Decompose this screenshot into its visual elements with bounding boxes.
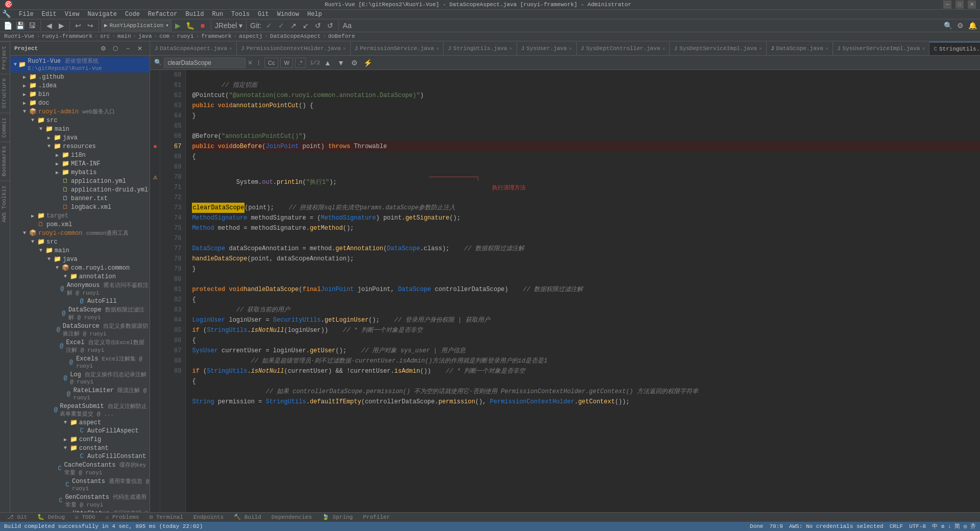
vcs-btn1[interactable]: ↗: [288, 20, 299, 31]
vcs-btn4[interactable]: ↺: [325, 20, 336, 31]
tree-constants[interactable]: C Constants 通用常量信息 @ ruoyi: [10, 477, 150, 493]
bottom-tab-spring[interactable]: 🍃 Spring: [317, 513, 358, 521]
jrebel-btn[interactable]: JRebel ▾: [214, 20, 243, 31]
bottom-tab-todo[interactable]: ☑ TODO: [70, 513, 101, 521]
tab-sysuser[interactable]: J SysUser.java ✕: [517, 42, 577, 55]
breadcrumb-dobefore[interactable]: doBefore: [328, 33, 355, 39]
close-tab-sysdeptctrl[interactable]: ✕: [662, 45, 665, 52]
status-crlf[interactable]: CRLF: [890, 523, 903, 529]
close-tab-sysusersvc[interactable]: ✕: [922, 45, 925, 52]
prev-result-btn[interactable]: ▲: [322, 57, 333, 68]
tree-application-yml[interactable]: 🗋 application.yml: [10, 177, 150, 185]
minimize-button[interactable]: ─: [943, 1, 951, 9]
menu-run[interactable]: Run: [208, 10, 227, 19]
tree-github[interactable]: ▶ 📁 .github: [10, 73, 150, 81]
next-result-btn[interactable]: ▼: [335, 57, 347, 68]
menu-file[interactable]: File: [15, 10, 38, 19]
tree-application-druid-yml[interactable]: 🗋 application-druid.yml: [10, 185, 150, 194]
menu-build[interactable]: Build: [181, 10, 208, 19]
redo-btn[interactable]: ↪: [85, 20, 96, 31]
sidebar-collapse-btn[interactable]: −: [122, 44, 133, 53]
tab-stringutils-class[interactable]: C StringUtils.class ✕: [929, 42, 980, 55]
close-tab-sysdeptsvc[interactable]: ✕: [759, 45, 762, 52]
save-all-btn[interactable]: 🖫: [27, 20, 38, 31]
tree-annotation-pkg[interactable]: ▼ 📁 annotation: [10, 272, 150, 281]
breadcrumb-framework[interactable]: ruoyi-framework: [42, 33, 92, 39]
vcs-push-btn[interactable]: ✓: [276, 20, 287, 31]
bottom-tab-git[interactable]: ⎇ Git: [2, 513, 32, 521]
debug-btn[interactable]: 🐛: [185, 20, 196, 31]
tab-permissionservice[interactable]: J PermissionService.java ✕: [351, 42, 444, 55]
tree-item-root[interactable]: ▼ 📁 RuoYi-Vue 若依管理系统 E:\gitRepos2\RuoYi-…: [10, 57, 150, 73]
menu-window[interactable]: Window: [273, 10, 303, 19]
tree-autofillconstant[interactable]: C AutoFillConstant: [10, 452, 150, 461]
undo-btn[interactable]: ↩: [72, 20, 84, 31]
close-tab-permsvc[interactable]: ✕: [436, 45, 439, 52]
tree-admin-src[interactable]: ▼ 📁 src: [10, 116, 150, 125]
tab-structure[interactable]: Structure: [0, 74, 10, 112]
tree-cacheconstants[interactable]: C CacheConstants 缓存的key 常量 @ ruoyi: [10, 461, 150, 477]
menu-view[interactable]: View: [61, 10, 84, 19]
stop-btn[interactable]: ■: [197, 20, 208, 31]
menu-code[interactable]: Code: [121, 10, 144, 19]
settings-btn[interactable]: ⚙: [954, 20, 966, 31]
menu-git[interactable]: Git: [254, 10, 273, 19]
close-tab-sysuser[interactable]: ✕: [569, 45, 572, 52]
tab-datascope[interactable]: J DataScope.java ✕: [767, 42, 833, 55]
new-file-btn[interactable]: 📄: [2, 20, 13, 31]
tree-autofillaspect[interactable]: C AutoFillAspect: [10, 427, 150, 435]
menu-edit[interactable]: Edit: [38, 10, 61, 19]
tab-aws[interactable]: AWS Toolkit: [0, 181, 10, 227]
breadcrumb-main[interactable]: main: [117, 33, 131, 39]
tree-logback-xml[interactable]: 🗋 logback.xml: [10, 203, 150, 211]
git-btn[interactable]: Git:: [249, 20, 262, 31]
close-tab-stringutils[interactable]: ✕: [509, 45, 512, 52]
menu-refactor[interactable]: Refactor: [144, 10, 182, 19]
bottom-tab-dependencies[interactable]: Dependencies: [266, 513, 317, 521]
forward-btn[interactable]: ▶: [56, 20, 67, 31]
tree-autofill[interactable]: @ AutoFill: [10, 297, 150, 305]
breadcrumb-aspectj[interactable]: aspectj: [239, 33, 262, 39]
tree-constant[interactable]: ▼ 📁 constant: [10, 444, 150, 452]
clear-search-btn[interactable]: ✕: [248, 59, 253, 66]
breadcrumb-datascopeaspect[interactable]: DataScopeAspect: [270, 33, 321, 39]
sidebar-close-btn[interactable]: ✕: [134, 44, 145, 53]
tree-ruoyi-common[interactable]: ▼ 📦 ruoyi-common common通用工具: [10, 229, 150, 237]
tree-bin[interactable]: ▶ 📁 bin: [10, 90, 150, 99]
bottom-tab-build[interactable]: 🔨 Build: [229, 513, 266, 521]
tree-excel[interactable]: @ Excel 自定义导出Excel数据注解 @ ruoyi: [10, 338, 150, 354]
menu-help[interactable]: Help: [303, 10, 326, 19]
code-editor[interactable]: ● ⚠ 60 61 62 63 64 65 66 67 68 69: [150, 70, 980, 512]
tree-pom-xml[interactable]: 🗋 pom.xml: [10, 220, 150, 229]
notifications-btn[interactable]: 🔔: [967, 20, 978, 31]
close-button[interactable]: ✕: [968, 1, 976, 9]
vcs-btn3[interactable]: ↺: [312, 20, 324, 31]
tab-stringutils[interactable]: J StringUtils.java ✕: [444, 42, 517, 55]
tree-aspect[interactable]: ▼ 📁 aspect: [10, 418, 150, 427]
tree-target[interactable]: ▶ 📁 target: [10, 211, 150, 220]
bottom-tab-problems[interactable]: ⚠ Problems: [101, 513, 144, 521]
tree-admin-main[interactable]: ▼ 📁 main: [10, 125, 150, 133]
tree-ratelimiter[interactable]: @ RateLimiter 限流注解 @ ruoyi: [10, 386, 150, 402]
tab-datascopeaspect[interactable]: J DataScopeAspect.java ✕: [150, 42, 237, 55]
tree-ruoyi-admin[interactable]: ▼ 📦 ruoyi-admin web服务入口: [10, 107, 150, 116]
tree-doc[interactable]: ▶ 📁 doc: [10, 99, 150, 107]
bottom-tab-endpoints[interactable]: Endpoints: [188, 513, 229, 521]
bottom-tab-terminal[interactable]: ⊟ Terminal: [144, 513, 188, 521]
menu-tools[interactable]: Tools: [227, 10, 254, 19]
maximize-button[interactable]: □: [955, 1, 964, 9]
close-tab-datascope[interactable]: ✕: [825, 45, 828, 52]
save-btn[interactable]: 💾: [14, 20, 26, 31]
bottom-tab-debug[interactable]: 🐛 Debug: [32, 513, 70, 521]
tab-sysuserserviceimpl[interactable]: J SysUserServiceImpl.java ✕: [833, 42, 929, 55]
tree-excels[interactable]: @ Excels Excel注解集 @ ruoyi: [10, 354, 150, 370]
tree-idea[interactable]: ▶ 📁 .idea: [10, 81, 150, 90]
tree-datasource[interactable]: @ DataSource 自定义多数据源切换注解 @ ruoyi: [10, 322, 150, 338]
tree-log[interactable]: @ Log 自定义操作日志记录注解 @ ruoyi: [10, 370, 150, 386]
tree-admin-resources[interactable]: ▼ 📁 resources: [10, 142, 150, 151]
search-regex-btn[interactable]: .*: [295, 58, 306, 68]
tab-permissioncontextholder[interactable]: J PermissionContextHolder.java ✕: [237, 42, 350, 55]
tab-commit[interactable]: Commit: [0, 113, 10, 142]
tree-config[interactable]: ▶ 📁 config: [10, 435, 150, 444]
breadcrumb-project[interactable]: RuoYi-Vue: [4, 33, 34, 39]
